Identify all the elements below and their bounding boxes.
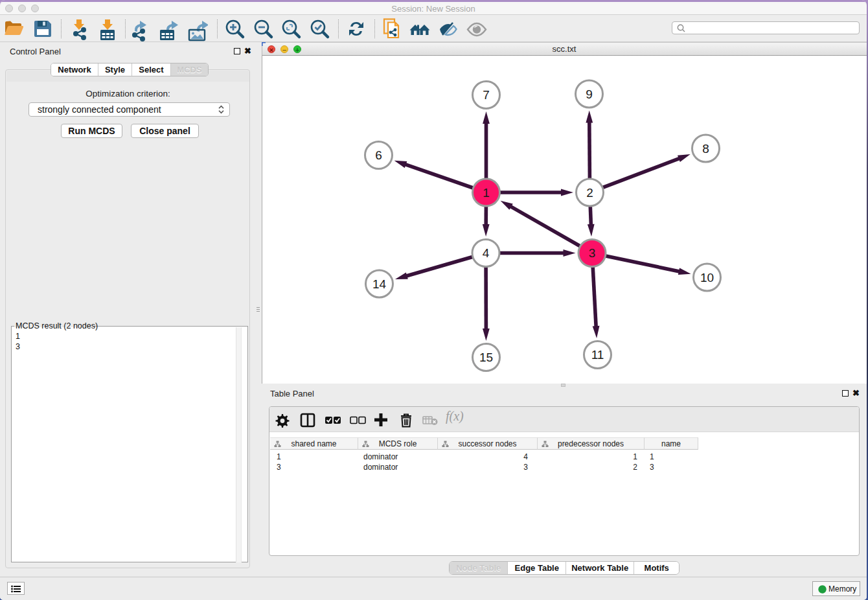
svg-text:1: 1: [483, 186, 490, 200]
svg-text:9: 9: [586, 87, 593, 101]
svg-text:3: 3: [588, 246, 595, 260]
svg-text:14: 14: [372, 277, 386, 291]
svg-text:6: 6: [375, 148, 382, 162]
svg-text:2: 2: [586, 186, 593, 200]
svg-text:10: 10: [700, 271, 713, 284]
svg-text:11: 11: [591, 348, 604, 362]
svg-text:4: 4: [482, 246, 489, 260]
svg-text:8: 8: [702, 142, 709, 156]
svg-text:7: 7: [483, 88, 490, 102]
svg-text:15: 15: [479, 351, 492, 364]
